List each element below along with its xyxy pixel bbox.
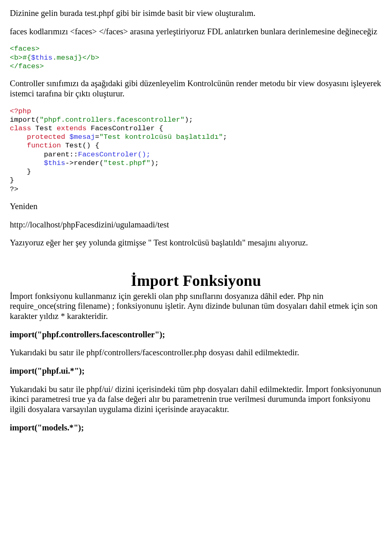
paragraph: İmport fonksiyonu kullanmanız için gerek… (10, 291, 382, 321)
code-token: ; (223, 133, 227, 141)
code-token: "phpf.controllers.facescontroller" (40, 116, 185, 124)
paragraph: Dizinine gelin burada test.phpf gibi bir… (10, 8, 382, 18)
code-line: <?php (10, 107, 31, 115)
code-line: <faces> (10, 45, 40, 53)
code-line: </faces> (10, 62, 44, 70)
code-line: ?> (10, 185, 18, 193)
code-token: protected (10, 133, 65, 141)
paragraph: Yukarıdaki bu satır ile phpf/controllers… (10, 348, 382, 358)
paragraph: Yukarıdaki bu satır ile phpf/ui/ dizini … (10, 384, 382, 414)
code-token: <b>#{ (10, 54, 31, 62)
code-token: Test() { (61, 142, 99, 149)
code-token: ); (185, 116, 193, 124)
code-block-php: <?php import("phpf.controllers.facescont… (10, 107, 382, 194)
code-token: .mesaj}</b> (52, 54, 99, 62)
paragraph: faces kodlarımızı <faces> </faces> arası… (10, 27, 382, 37)
code-token: Test (31, 125, 57, 132)
code-token: function (10, 142, 61, 149)
code-token: $mesaj (65, 133, 95, 141)
bold-code-line: import("phpf.ui.*"); (10, 366, 382, 376)
code-token: extends (57, 125, 87, 132)
code-token: $this (10, 159, 65, 167)
heading-import-fonksiyonu: İmport Fonksiyonu (10, 272, 382, 290)
code-line: } (10, 176, 14, 184)
code-token: = (95, 133, 99, 141)
bold-code-line: import("phpf.controllers.facescontroller… (10, 330, 382, 340)
code-token: FacesController { (87, 125, 163, 132)
code-token: "Test kontrolcüsü başlatıldı" (99, 133, 223, 141)
paragraph: http://localhost/phpFacesdizini/ugulamaa… (10, 220, 382, 230)
bold-code-line: import("models.*"); (10, 423, 382, 433)
paragraph: Yeniden (10, 201, 382, 212)
code-token: ->render( (65, 159, 104, 167)
code-block-faces: <faces> <b>#{$this.mesaj}</b> </faces> (10, 45, 382, 71)
code-token: FacesControler(); (78, 151, 150, 158)
code-token: import( (10, 116, 40, 124)
paragraph: Yazıyoruz eğer her şey yolunda gitmişse … (10, 238, 382, 248)
code-token: "test.phpf" (104, 159, 151, 167)
code-token: ); (150, 159, 159, 167)
paragraph: Controller sınıfımızı da aşağıdaki gibi … (10, 78, 382, 98)
code-token: parent:: (10, 151, 78, 158)
code-token: class (10, 125, 31, 132)
code-line: } (10, 168, 31, 176)
code-token: $this (31, 54, 52, 62)
